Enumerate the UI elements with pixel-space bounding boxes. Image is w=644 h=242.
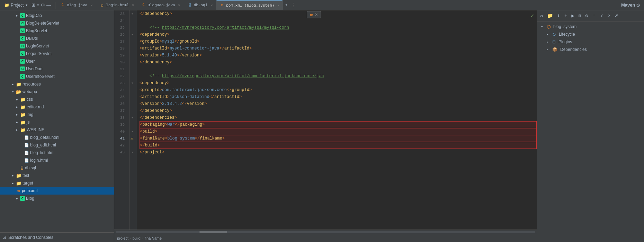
maven-tree[interactable]: ▾⬡blog_system▸↻Lifecycle▸⊞Plugins▸📦Depen… — [537, 21, 644, 242]
gutter-33: ▾ — [130, 80, 137, 87]
tab-login-html[interactable]: ◱ login.html ✕ — [96, 0, 137, 10]
tab-blogdao-java[interactable]: C BlogDao.java ✕ — [137, 0, 184, 10]
tree-item-js[interactable]: ▸📁js — [0, 118, 114, 126]
tree-item-css[interactable]: ▸📁css — [0, 96, 114, 103]
minimize-icon[interactable]: — — [46, 2, 51, 8]
gutter-25 — [130, 24, 137, 31]
scrollbar-thumb[interactable] — [199, 231, 227, 233]
close-icon[interactable]: ✕ — [178, 3, 180, 7]
maven-add-btn[interactable]: + — [563, 12, 569, 20]
tree-item-blogdeleteservlet[interactable]: CBlogDeleteServlet — [0, 19, 114, 27]
html-file-icon: 📄 — [24, 158, 29, 163]
maven-debug-btn[interactable]: m — [577, 12, 583, 19]
comment-link[interactable]: https://mvnrepository.com/artifact/mysql… — [162, 24, 289, 31]
code-line-43: </project> — [140, 149, 537, 156]
tree-item-blog_edit[interactable]: 📄blog_edit.html — [0, 141, 114, 149]
maven-tree-btn[interactable]: ⋮ — [590, 12, 598, 19]
tree-item-dbutil[interactable]: CDBUtil — [0, 35, 114, 42]
tree-item-resources[interactable]: ▸📁resources — [0, 80, 114, 88]
maven-tree-item-lifecycle[interactable]: ▸↻Lifecycle — [537, 30, 644, 38]
tree-item-blogservlet[interactable]: CBlogServlet — [0, 27, 114, 35]
class-icon: C — [20, 196, 25, 201]
maven-tree-item-blog-system[interactable]: ▾⬡blog_system — [537, 23, 644, 30]
editor-content: 2324252627282930313233343536373839404142… — [114, 10, 537, 230]
close-icon[interactable]: ✕ — [90, 3, 92, 7]
maven-search-btn[interactable]: ⌕ — [606, 12, 612, 20]
tree-item-label: DBUtil — [26, 36, 38, 41]
close-icon[interactable]: ✕ — [211, 3, 213, 7]
chevron-down-icon[interactable]: ▼ — [25, 3, 28, 7]
tree-item-label: Blog — [26, 196, 34, 201]
tree-item-label: blog_detail.html — [30, 135, 59, 140]
folder-icon: 📁 — [20, 97, 26, 102]
comment-link[interactable]: https://mvnrepository.com/artifact/com.f… — [162, 73, 324, 80]
sql-file-icon: 🗄 — [20, 166, 24, 170]
tree-item-userinfoservlet[interactable]: CUserInfoServlet — [0, 73, 114, 80]
breadcrumb-part-0[interactable]: project — [117, 236, 128, 240]
gear-icon[interactable]: ⚙ — [41, 2, 45, 8]
maven-execute-btn[interactable]: ⚡ — [598, 12, 605, 20]
maven-run-btn[interactable]: ▶ — [570, 12, 576, 20]
tree-item-user[interactable]: CUser — [0, 57, 114, 65]
fold-arrow[interactable]: ▾ — [131, 150, 133, 154]
tree-item-logoutservlet[interactable]: CLogoutServlet — [0, 50, 114, 57]
scratches-consoles[interactable]: ⊿ Scratches and Consoles — [0, 232, 114, 242]
breadcrumb-part-2[interactable]: finalName — [145, 236, 162, 240]
close-icon[interactable]: ✕ — [277, 3, 279, 8]
close-popup-icon[interactable]: ✕ — [315, 12, 318, 17]
project-tree[interactable]: ▸CBlogDao CBlogDeleteServlet CBlogServle… — [0, 10, 114, 232]
maven-folder-btn[interactable]: 📁 — [545, 12, 555, 20]
tree-item-db-sql-tree[interactable]: 🗄db.sql — [0, 164, 114, 172]
line-number-28: 28 — [114, 45, 127, 52]
html-file-icon: 📄 — [24, 151, 29, 155]
fold-arrow[interactable]: ▾ — [131, 129, 133, 134]
project-panel-header[interactable]: 📁 Project ▼ ⊞ ≡ ⚙ — — [1, 2, 54, 8]
more-tabs-btn[interactable]: ▾ — [283, 2, 290, 9]
tree-item-loginservlet[interactable]: CLoginServlet — [0, 42, 114, 50]
tab-pom-xml[interactable]: m pom.xml (blog_system) ✕ — [216, 0, 283, 10]
tree-item-web-inf[interactable]: ▸📁WEB-INF — [0, 126, 114, 134]
maven-download-btn[interactable]: ⬇ — [555, 12, 562, 20]
html-icon: ◱ — [99, 3, 104, 8]
tree-item-blog_detail[interactable]: 📄blog_detail.html — [0, 134, 114, 141]
maven-refresh-btn[interactable]: ↻ — [538, 12, 545, 20]
tree-item-webapp[interactable]: ▾📂webapp — [0, 88, 114, 96]
tab-db-sql[interactable]: 🗄 db.sql ✕ — [184, 0, 216, 10]
gutter-30 — [130, 59, 137, 66]
fold-arrow[interactable]: ▾ — [131, 12, 133, 16]
maven-icon: ⬡ — [547, 24, 551, 29]
fold-arrow[interactable]: ▾ — [131, 33, 133, 37]
maven-tree-item-plugins[interactable]: ▸⊞Plugins — [537, 38, 644, 46]
align-icon[interactable]: ≡ — [37, 2, 39, 8]
tree-item-target[interactable]: ▸📁target — [0, 179, 114, 187]
tree-item-blogdao[interactable]: ▸CBlogDao — [0, 12, 114, 19]
horizontal-scrollbar[interactable] — [114, 230, 537, 234]
layout-icon[interactable]: ⊞ — [32, 2, 35, 8]
tree-item-blog[interactable]: ▸CBlog — [0, 195, 114, 202]
folder-icon: 📁 — [20, 127, 26, 133]
tree-item-blog_list[interactable]: 📄blog_list.html — [0, 149, 114, 156]
tree-item-editor-md[interactable]: ▸📁editor.md — [0, 103, 114, 111]
line-number-32: 32 — [114, 73, 127, 80]
line-number-38: 38 — [114, 114, 127, 121]
tab-blog-java[interactable]: C Blog.java ✕ — [57, 0, 96, 10]
tree-item-login-html-tree[interactable]: 📄login.html — [0, 156, 114, 164]
fold-arrow[interactable]: ▾ — [131, 116, 133, 120]
settings-icon[interactable]: ⚙ — [636, 2, 640, 9]
plugins-icon: ⊞ — [552, 39, 556, 44]
breadcrumb-part-1[interactable]: build — [133, 236, 141, 240]
code-editor[interactable]: </dependency> <!-- https://mvnrepository… — [137, 10, 537, 230]
tree-item-img[interactable]: ▸📁img — [0, 111, 114, 118]
xml-file-icon: m — [16, 188, 21, 193]
close-icon[interactable]: ✕ — [132, 3, 134, 7]
tabs-menu-btn[interactable]: ⋮ — [290, 2, 297, 9]
tree-item-userdao[interactable]: CUserDao — [0, 65, 114, 73]
maven-expand-btn[interactable]: ⤢ — [612, 12, 620, 20]
maven-skip-btn[interactable]: ⊘ — [583, 12, 590, 20]
maven-tree-item-dependencies[interactable]: ▸📦Dependencies — [537, 46, 644, 53]
tree-item-test[interactable]: ▸📁test — [0, 172, 114, 179]
scrollbar-track[interactable] — [116, 231, 535, 233]
popup-m-icon: m — [310, 13, 313, 17]
fold-arrow[interactable]: ▾ — [131, 81, 133, 85]
tree-item-pom-xml-tree[interactable]: mpom.xml — [0, 187, 114, 195]
